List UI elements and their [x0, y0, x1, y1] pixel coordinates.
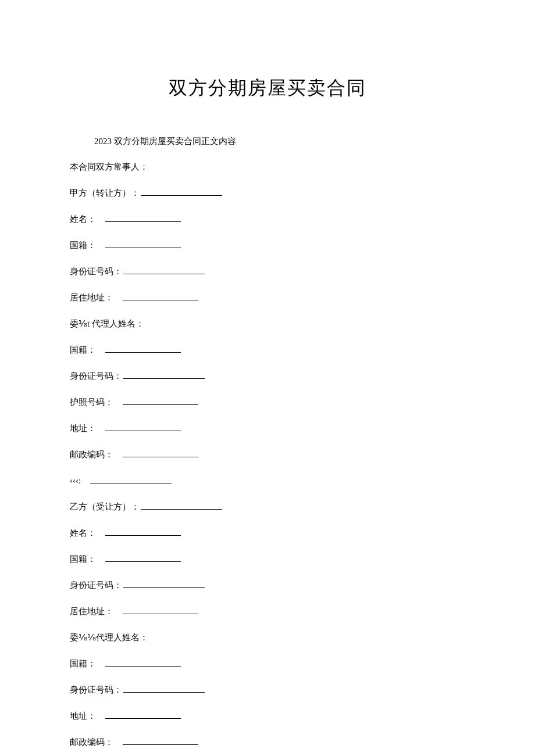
party-b-postcode: 邮政编码： [70, 736, 465, 748]
party-b-id: 身份证号码： [70, 579, 465, 592]
party-a-nationality: 国籍： [70, 239, 465, 252]
party-b-agent-id-blank[interactable] [123, 685, 205, 693]
party-a-header-blank[interactable] [141, 188, 222, 196]
party-a-agent-id-label: 身份证号码： [70, 371, 122, 381]
party-a-postcode-blank[interactable] [123, 449, 198, 457]
party-b-name-label: 姓名： [70, 528, 96, 538]
party-b-agent-address-label: 地址： [70, 711, 96, 721]
party-a-name: 姓名： [70, 213, 465, 225]
party-b-address-blank[interactable] [123, 606, 198, 614]
party-b-agent-name-label: 委⅟₈⅟₈代理人姓名： [70, 633, 148, 642]
party-a-address: 居住地址： [70, 292, 465, 304]
party-b-agent-address-blank[interactable] [105, 711, 181, 719]
party-a-agent-id-blank[interactable] [123, 371, 205, 379]
party-a-address-label: 居住地址： [70, 293, 113, 302]
party-a-passport-label: 护照号码： [70, 397, 113, 407]
party-b-postcode-label: 邮政编码： [70, 737, 113, 747]
party-a-phone-blank[interactable] [90, 475, 172, 483]
party-b-agent-id: 身份证号码： [70, 684, 465, 696]
party-b-header: 乙方（受让方）： [70, 501, 465, 513]
party-a-name-label: 姓名： [70, 214, 96, 224]
party-a-phone: ‹‹‹: [70, 475, 465, 487]
party-a-agent-address: 地址： [70, 422, 465, 435]
party-a-passport-blank[interactable] [123, 397, 198, 405]
party-a-name-blank[interactable] [105, 214, 181, 222]
party-b-agent-nationality-label: 国籍： [70, 659, 96, 668]
party-a-agent-name: 委⅟₈t 代理人姓名： [70, 318, 465, 330]
party-a-agent-id: 身份证号码： [70, 370, 465, 382]
party-b-agent-address: 地址： [70, 710, 465, 722]
party-b-header-blank[interactable] [141, 501, 222, 510]
party-b-id-label: 身份证号码： [70, 581, 122, 590]
party-b-address-label: 居住地址： [70, 607, 113, 616]
party-a-header-label: 甲方（转让方）： [70, 188, 140, 198]
party-a-passport: 护照号码： [70, 396, 465, 409]
intro-line: 本合同双方常事人： [70, 161, 465, 173]
party-a-id-blank[interactable] [123, 266, 205, 274]
document-subtitle: 2023 双方分期房屋买卖合同正文内容 [94, 136, 465, 147]
party-a-agent-nationality-blank[interactable] [105, 345, 181, 353]
party-b-name: 姓名： [70, 527, 465, 539]
party-b-postcode-blank[interactable] [123, 737, 198, 745]
party-a-phone-label: ‹‹‹: [70, 476, 81, 485]
party-b-id-blank[interactable] [123, 580, 205, 588]
party-a-agent-address-blank[interactable] [105, 423, 181, 431]
party-a-agent-nationality: 国籍： [70, 344, 465, 356]
party-b-agent-id-label: 身份证号码： [70, 685, 122, 694]
document-title: 双方分期房屋买卖合同 [70, 76, 465, 101]
party-a-header: 甲方（转让方）： [70, 187, 465, 199]
party-a-id-label: 身份证号码： [70, 267, 122, 276]
party-a-postcode: 邮政编码： [70, 449, 465, 461]
party-b-address: 居住地址： [70, 605, 465, 618]
party-a-nationality-label: 国籍： [70, 241, 96, 250]
party-a-id: 身份证号码： [70, 266, 465, 278]
party-b-agent-name: 委⅟₈⅟₈代理人姓名： [70, 632, 465, 644]
party-a-address-blank[interactable] [123, 292, 198, 300]
party-b-nationality: 国籍： [70, 553, 465, 565]
party-b-nationality-label: 国籍： [70, 554, 96, 564]
party-a-agent-address-label: 地址： [70, 424, 96, 433]
party-a-agent-nationality-label: 国籍： [70, 345, 96, 354]
party-b-header-label: 乙方（受让方）： [70, 502, 140, 511]
party-a-nationality-blank[interactable] [105, 240, 181, 248]
party-a-postcode-label: 邮政编码： [70, 450, 113, 459]
party-b-agent-nationality: 国籍： [70, 658, 465, 670]
party-a-agent-name-label: 委⅟₈t 代理人姓名： [70, 319, 144, 328]
party-b-name-blank[interactable] [105, 528, 181, 536]
party-b-agent-nationality-blank[interactable] [105, 658, 181, 667]
party-b-nationality-blank[interactable] [105, 554, 181, 562]
